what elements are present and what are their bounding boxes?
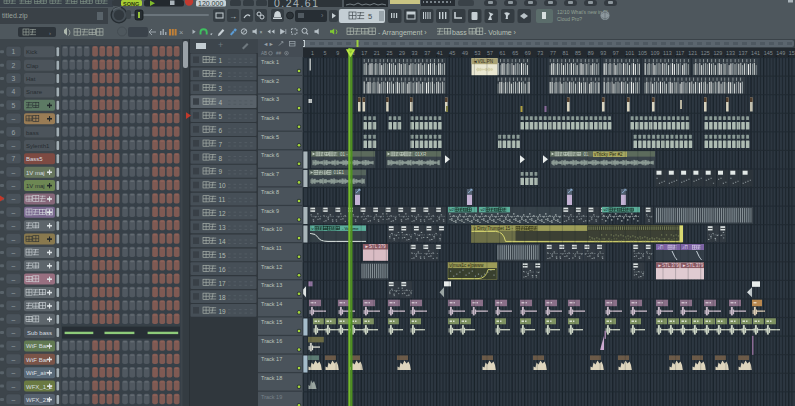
svg-text:Track 13: Track 13: [261, 282, 282, 288]
svg-text:►STL 379: ►STL 379: [365, 244, 387, 249]
svg-text:–: –: [12, 302, 16, 309]
svg-text:Track 17: Track 17: [261, 356, 282, 362]
svg-text:- Volume ›: - Volume ›: [484, 29, 517, 36]
svg-text:2: 2: [219, 71, 223, 78]
svg-text:Track 9: Track 9: [261, 208, 279, 214]
svg-text:105: 105: [638, 50, 647, 56]
svg-text:121: 121: [688, 50, 697, 56]
svg-text:149: 149: [776, 50, 785, 56]
svg-text:01: 01: [583, 152, 589, 157]
svg-text:–: –: [12, 249, 16, 256]
svg-text:Clap: Clap: [26, 63, 39, 69]
svg-text:11: 11: [219, 196, 226, 203]
svg-text:Track 1: Track 1: [261, 59, 279, 65]
svg-text:WFX_23: WFX_23: [26, 397, 50, 403]
svg-text:Track 4: Track 4: [261, 115, 279, 121]
svg-text:17: 17: [361, 50, 367, 56]
svg-text:14: 14: [219, 238, 227, 245]
svg-text:10: 10: [219, 182, 227, 189]
svg-text:13: 13: [219, 224, 227, 231]
svg-text:WtF_air: WtF_air: [26, 370, 47, 376]
svg-text:Track 16: Track 16: [261, 338, 282, 344]
svg-text:##: ##: [276, 51, 282, 56]
svg-text:WtF Bar: WtF Bar: [26, 343, 48, 349]
svg-text:120.000: 120.000: [198, 0, 223, 7]
svg-text:v2: v2: [450, 207, 455, 212]
svg-text:9: 9: [219, 168, 223, 175]
svg-text:bass: bass: [26, 130, 39, 136]
svg-text:Hat: Hat: [26, 76, 36, 82]
svg-text:v Dirty Trumpet 15 -: v Dirty Trumpet 15 -: [474, 226, 514, 231]
svg-text:Track 8: Track 8: [261, 189, 279, 195]
svg-text:18: 18: [219, 294, 227, 301]
svg-text:–: –: [12, 396, 16, 403]
svg-text:–: –: [12, 115, 16, 122]
svg-text:v2: v2: [481, 207, 486, 212]
svg-text:Track 18: Track 18: [261, 375, 282, 381]
svg-text:17: 17: [219, 280, 227, 287]
svg-text:01E1: 01E1: [334, 170, 345, 175]
svg-text:89: 89: [588, 50, 594, 56]
svg-text:101: 101: [625, 50, 634, 56]
svg-text:–: –: [12, 289, 16, 296]
svg-text:2: 2: [12, 62, 16, 69]
svg-text:37: 37: [424, 50, 430, 56]
svg-text:Track 14: Track 14: [261, 301, 282, 307]
svg-text:–: –: [12, 142, 16, 149]
svg-text:12: 12: [219, 210, 227, 217]
svg-text:Track 5: Track 5: [261, 134, 279, 140]
svg-text:77: 77: [550, 50, 556, 56]
svg-text:v[mus1c e]pwww: v[mus1c e]pwww: [450, 263, 485, 268]
svg-text:1V maj: 1V maj: [26, 170, 45, 176]
svg-text:129: 129: [713, 50, 722, 56]
svg-text:♪Π: ♪Π: [682, 245, 688, 250]
svg-text:0.24.61: 0.24.61: [274, 0, 320, 9]
svg-text:57: 57: [487, 50, 493, 56]
svg-text:7: 7: [219, 141, 223, 148]
svg-text:–: –: [12, 262, 16, 269]
svg-text:1: 1: [219, 57, 223, 64]
svg-text:81: 81: [563, 50, 569, 56]
svg-text:×: ×: [260, 29, 263, 35]
svg-text:Snare: Snare: [26, 89, 43, 95]
svg-text:85: 85: [575, 50, 581, 56]
svg-text:×: ×: [179, 28, 183, 37]
svg-text:49: 49: [462, 50, 468, 56]
svg-text:–: –: [12, 209, 16, 216]
svg-text:41: 41: [437, 50, 443, 56]
svg-text:53: 53: [474, 50, 480, 56]
svg-text:–: –: [12, 383, 16, 390]
svg-text:4: 4: [12, 88, 16, 95]
svg-text:141: 141: [751, 50, 760, 56]
svg-text:Track 19: Track 19: [261, 394, 282, 400]
svg-text:Kick: Kick: [26, 49, 38, 55]
svg-text:25: 25: [386, 50, 392, 56]
svg-text:- Arrangement ›: - Arrangement ›: [378, 29, 427, 37]
svg-text:Cloud Pro?: Cloud Pro?: [557, 16, 582, 22]
svg-text:–: –: [12, 222, 16, 229]
svg-text:6: 6: [12, 129, 16, 136]
svg-text:7: 7: [12, 155, 16, 162]
svg-text:bass: bass: [452, 29, 467, 36]
svg-text:1: 1: [12, 48, 16, 55]
svg-text:97: 97: [613, 50, 619, 56]
svg-text:–: –: [12, 195, 16, 202]
svg-text:01XR: 01XR: [415, 152, 427, 157]
svg-text:45: 45: [449, 50, 455, 56]
svg-text:–: –: [12, 329, 16, 336]
svg-text:5: 5: [368, 12, 372, 21]
svg-text:5: 5: [12, 102, 16, 109]
svg-text:6: 6: [219, 127, 223, 134]
svg-text:8: 8: [219, 155, 223, 162]
svg-text:5: 5: [324, 50, 327, 56]
svg-text:–: –: [12, 276, 16, 283]
svg-text:–: –: [12, 369, 16, 376]
svg-text:19: 19: [219, 308, 227, 315]
svg-text:Track 3: Track 3: [261, 96, 279, 102]
svg-text:61: 61: [500, 50, 506, 56]
svg-text:29: 29: [399, 50, 405, 56]
svg-text:v2: v2: [604, 207, 609, 212]
svg-text:9: 9: [336, 50, 339, 56]
svg-text:113: 113: [663, 50, 672, 56]
svg-text:Bass5: Bass5: [26, 156, 43, 162]
